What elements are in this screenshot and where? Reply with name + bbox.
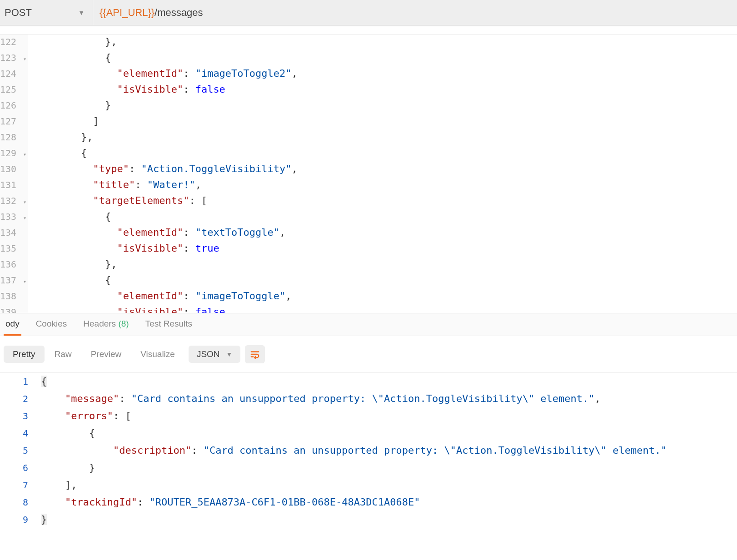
code-content: },: [28, 35, 737, 49]
tab-cookies[interactable]: Cookies: [34, 313, 69, 336]
url-path: /messages: [154, 7, 203, 19]
code-line[interactable]: 127 ]: [0, 114, 737, 130]
line-number: 1: [0, 373, 35, 390]
line-number: 132 ▾: [0, 193, 28, 209]
response-format-bar: Pretty Raw Preview Visualize JSON ▼: [0, 336, 737, 372]
response-line[interactable]: 7 ],: [0, 476, 737, 494]
code-content: "elementId": "imageToToggle2",: [28, 66, 737, 81]
divider: [0, 25, 737, 35]
response-content: {: [35, 373, 737, 390]
response-format-select[interactable]: JSON ▼: [189, 346, 241, 363]
tab-body[interactable]: ody: [4, 313, 21, 336]
line-number: 9: [0, 511, 35, 528]
code-line[interactable]: 128 },: [0, 130, 737, 146]
response-content: {: [35, 425, 737, 442]
response-content: ],: [35, 476, 737, 494]
code-content: {: [28, 209, 737, 224]
code-line[interactable]: 135 "isVisible": true: [0, 241, 737, 257]
headers-count: (8): [118, 319, 129, 329]
line-number: 127: [0, 114, 28, 130]
request-url-bar: POST ▼ {{API_URL}}/messages: [0, 0, 737, 25]
code-content: ]: [28, 114, 737, 129]
code-line[interactable]: 133 ▾ {: [0, 209, 737, 225]
line-number: 6: [0, 459, 35, 476]
http-method-label: POST: [5, 7, 32, 19]
line-number: 139: [0, 305, 28, 313]
line-number: 7: [0, 476, 35, 494]
line-number: 128: [0, 130, 28, 146]
tab-cookies-label: Cookies: [36, 319, 67, 329]
response-format-label: JSON: [197, 349, 220, 359]
tab-test-results[interactable]: Test Results: [144, 313, 194, 336]
response-body-viewer[interactable]: 1{2 "message": "Card contains an unsuppo…: [0, 372, 737, 528]
code-content: },: [28, 257, 737, 272]
view-pretty-button[interactable]: Pretty: [4, 346, 45, 363]
tab-test-results-label: Test Results: [145, 319, 192, 329]
response-line[interactable]: 2 "message": "Card contains an unsupport…: [0, 390, 737, 407]
code-line[interactable]: 136 },: [0, 257, 737, 273]
code-content: },: [28, 130, 737, 144]
code-line[interactable]: 137 ▾ {: [0, 273, 737, 289]
code-line[interactable]: 125 "isVisible": false: [0, 82, 737, 98]
code-line[interactable]: 138 "elementId": "imageToToggle",: [0, 289, 737, 305]
response-content: "errors": [: [35, 407, 737, 425]
code-line[interactable]: 126 }: [0, 98, 737, 114]
url-variable: {{API_URL}}: [100, 7, 154, 19]
code-content: {: [28, 50, 737, 65]
line-number: 3: [0, 407, 35, 425]
response-line[interactable]: 5 "description": "Card contains an unsup…: [0, 442, 737, 459]
line-number: 124: [0, 66, 28, 82]
response-line[interactable]: 1{: [0, 373, 737, 390]
line-number: 131: [0, 178, 28, 193]
line-number: 137 ▾: [0, 273, 28, 289]
response-line[interactable]: 8 "trackingId": "ROUTER_5EAA873A-C6F1-01…: [0, 494, 737, 511]
view-raw-button[interactable]: Raw: [45, 346, 81, 363]
view-mode-segmented: Pretty Raw Preview Visualize: [4, 346, 184, 363]
response-line[interactable]: 4 {: [0, 425, 737, 442]
view-pretty-label: Pretty: [13, 349, 35, 359]
line-number: 122: [0, 35, 28, 50]
response-content: "message": "Card contains an unsupported…: [35, 390, 737, 407]
code-content: "title": "Water!",: [28, 178, 737, 192]
request-body-editor[interactable]: 122 },123 ▾ {124 "elementId": "imageToTo…: [0, 35, 737, 313]
code-content: "elementId": "textToToggle",: [28, 225, 737, 240]
view-preview-button[interactable]: Preview: [82, 346, 131, 363]
line-number: 126: [0, 98, 28, 114]
code-line[interactable]: 130 "type": "Action.ToggleVisibility",: [0, 162, 737, 178]
tab-headers-label: Headers: [83, 319, 116, 329]
line-number: 138: [0, 289, 28, 305]
line-number: 2: [0, 390, 35, 407]
line-number: 133 ▾: [0, 209, 28, 225]
line-number: 8: [0, 494, 35, 511]
code-line[interactable]: 124 "elementId": "imageToToggle2",: [0, 66, 737, 82]
tab-headers[interactable]: Headers (8): [81, 313, 130, 336]
line-number: 4: [0, 425, 35, 442]
code-line[interactable]: 132 ▾ "targetElements": [: [0, 193, 737, 209]
code-line[interactable]: 123 ▾ {: [0, 50, 737, 66]
code-content: "type": "Action.ToggleVisibility",: [28, 162, 737, 176]
code-line[interactable]: 134 "elementId": "textToToggle",: [0, 225, 737, 241]
response-content: "description": "Card contains an unsuppo…: [35, 442, 737, 459]
code-line[interactable]: 139 "isVisible": false: [0, 305, 737, 313]
line-number: 123 ▾: [0, 50, 28, 66]
code-line[interactable]: 122 },: [0, 35, 737, 50]
response-line[interactable]: 6 }: [0, 459, 737, 476]
response-tabs: ody Cookies Headers (8) Test Results: [0, 313, 737, 336]
request-url-input[interactable]: {{API_URL}}/messages: [93, 0, 737, 25]
response-line[interactable]: 9}: [0, 511, 737, 528]
code-line[interactable]: 129 ▾ {: [0, 146, 737, 162]
line-number: 134: [0, 225, 28, 241]
code-content: "isVisible": false: [28, 305, 737, 313]
code-line[interactable]: 131 "title": "Water!",: [0, 178, 737, 193]
response-line[interactable]: 3 "errors": [: [0, 407, 737, 425]
view-visualize-label: Visualize: [140, 349, 175, 359]
response-content: }: [35, 511, 737, 528]
line-number: 5: [0, 442, 35, 459]
view-visualize-button[interactable]: Visualize: [131, 346, 184, 363]
http-method-select[interactable]: POST ▼: [0, 0, 93, 25]
line-number: 136: [0, 257, 28, 273]
line-number: 135: [0, 241, 28, 257]
code-content: {: [28, 273, 737, 287]
wrap-lines-button[interactable]: [245, 345, 265, 363]
code-content: "isVisible": true: [28, 241, 737, 256]
